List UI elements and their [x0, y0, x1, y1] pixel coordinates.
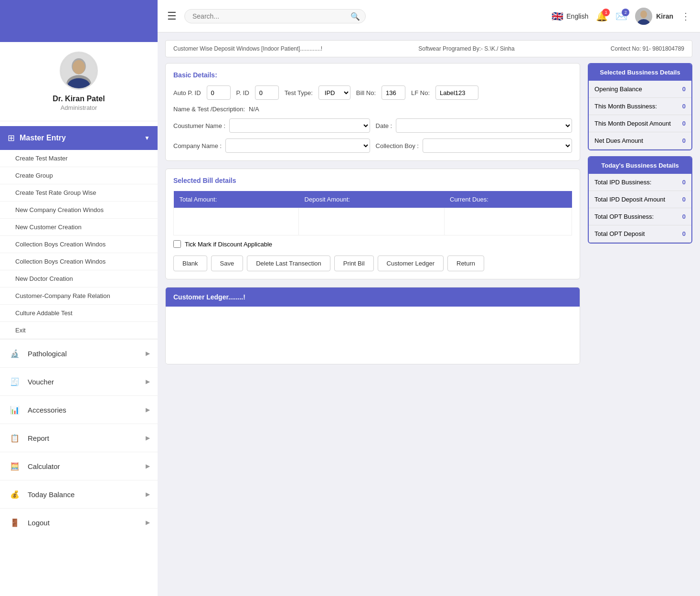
total-ipd-deposit-label: Total IPD Deposit Amount — [589, 191, 676, 208]
search-input[interactable] — [184, 9, 366, 23]
selected-biz-header: Selected Bussiness Details — [589, 64, 691, 81]
today-biz-panel: Today's Bussiness Details Total IPD Buss… — [588, 156, 692, 244]
this-month-deposit-value: 0 — [677, 115, 691, 132]
print-bil-button[interactable]: Print Bil — [334, 255, 374, 271]
basic-details-card: Basic Details: Auto P. ID P. ID Test Typ… — [165, 63, 580, 161]
today-balance-label: Today Balance — [28, 490, 146, 499]
col-current-dues: Current Dues: — [444, 191, 572, 208]
master-entry-header[interactable]: ⊞ Master Entry ▼ — [0, 126, 158, 150]
customer-ledger-body — [166, 307, 580, 364]
pid-input[interactable] — [255, 85, 279, 100]
master-entry-arrow: ▼ — [144, 135, 150, 141]
test-type-select[interactable]: IPD OPD — [318, 85, 350, 100]
name-test-label: Name & Test /Description: — [173, 106, 245, 113]
company-name-label: Company Name : — [173, 142, 222, 149]
total-opt-biz-value: 0 — [676, 208, 691, 225]
biz-row-opening: Opening Balance 0 — [589, 81, 691, 98]
sidebar-item-report[interactable]: 📋 Report ▶ — [0, 424, 158, 452]
col-total-amount: Total Amount: — [174, 191, 299, 208]
action-buttons: Blank Save Delete Last Transection Print… — [173, 255, 572, 271]
return-button[interactable]: Return — [447, 255, 484, 271]
submenu-exit[interactable]: Exit — [0, 322, 158, 339]
sidebar-item-pathological[interactable]: 🔬 Pathological ▶ — [0, 339, 158, 367]
hamburger-button[interactable]: ☰ — [167, 10, 177, 22]
bill-table: Total Amount: Deposit Amount: Current Du… — [173, 191, 572, 235]
mail-button[interactable]: ✉️ 2 — [615, 11, 627, 22]
submenu-new-doctor[interactable]: New Doctor Creation — [0, 270, 158, 287]
user-info[interactable]: Kiran — [635, 8, 673, 25]
collection-boy-label: Collection Boy : — [376, 142, 419, 149]
company-name-select[interactable] — [225, 138, 370, 153]
total-ipd-deposit-value: 0 — [676, 191, 691, 208]
sidebar-item-accessories[interactable]: 📊 Accessories ▶ — [0, 395, 158, 424]
auto-pid-label: Auto P. ID — [173, 89, 201, 96]
sidebar-item-logout[interactable]: 🚪 Logout ▶ — [0, 508, 158, 536]
customer-ledger-header: Customer Ledger........! — [166, 287, 580, 307]
today-biz-table: Total IPD Bussiness: 0 Total IPD Deposit… — [589, 174, 691, 243]
submenu-culture-addable[interactable]: Culture Addable Test — [0, 305, 158, 322]
profile-role: Administrator — [61, 104, 97, 111]
customer-name-select[interactable] — [229, 118, 370, 133]
today-opt-deposit-row: Total OPT Deposit 0 — [589, 225, 691, 243]
basic-details-title: Basic Details: — [173, 71, 572, 79]
customer-name-label: Coustumer Name : — [173, 122, 225, 129]
info-left: Customer Wise Deposiit Windows [Indoor P… — [173, 45, 322, 52]
selected-bill-card: Selected Bill details Total Amount: Depo… — [165, 169, 580, 279]
date-select[interactable] — [396, 118, 572, 133]
sidebar-profile: Dr. Kiran Patel Administrator — [0, 42, 158, 116]
sidebar-header — [0, 0, 158, 42]
sidebar: Dr. Kiran Patel Administrator ⊞ Master E… — [0, 0, 158, 596]
bill-no-label: Bill No: — [356, 89, 376, 96]
name-test-value: N/A — [249, 106, 259, 113]
submenu-create-test-rate[interactable]: Create Test Rate Group Wise — [0, 184, 158, 202]
user-avatar — [635, 8, 652, 25]
selected-biz-table: Opening Balance 0 This Month Bussiness: … — [589, 81, 691, 149]
basic-details-row1: Auto P. ID P. ID Test Type: IPD OPD Bill… — [173, 85, 572, 100]
sidebar-item-calculator[interactable]: 🧮 Calculator ▶ — [0, 452, 158, 480]
submenu-customer-company[interactable]: Customer-Company Rate Relation — [0, 287, 158, 305]
submenu-new-customer[interactable]: New Customer Creation — [0, 219, 158, 236]
delete-last-transection-button[interactable]: Delete Last Transection — [247, 255, 330, 271]
submenu-collection-boys-2[interactable]: Collection Boys Creation Windos — [0, 253, 158, 270]
submenu-create-test-master[interactable]: Create Test Master — [0, 150, 158, 167]
submenu-create-group[interactable]: Create Group — [0, 167, 158, 184]
customer-name-group: Coustumer Name : — [173, 118, 370, 133]
selected-bill-title: Selected Bill details — [173, 177, 572, 184]
submenu-new-company[interactable]: New Company Creation Windos — [0, 202, 158, 219]
collection-boy-select[interactable] — [423, 138, 572, 153]
notification-button[interactable]: 🔔 1 — [596, 11, 608, 22]
save-button[interactable]: Save — [211, 255, 244, 271]
name-test-row: Name & Test /Description: N/A — [173, 106, 572, 113]
accessories-arrow: ▶ — [146, 406, 150, 413]
test-type-label: Test Type: — [285, 89, 313, 96]
lf-no-label: LF No: — [411, 89, 430, 96]
master-entry-submenu: Create Test Master Create Group Create T… — [0, 150, 158, 339]
language-selector[interactable]: 🇬🇧 English — [552, 11, 588, 22]
net-dues-label: Net Dues Amount — [589, 132, 677, 149]
submenu-collection-boys-1[interactable]: Collection Boys Creation Windos — [0, 236, 158, 253]
lf-no-input[interactable] — [435, 85, 478, 100]
calculator-arrow: ▶ — [146, 463, 150, 469]
biz-row-this-month: This Month Bussiness: 0 — [589, 98, 691, 115]
date-group: Date : — [376, 118, 573, 133]
customer-ledger-button[interactable]: Customer Ledger — [378, 255, 444, 271]
discount-checkbox[interactable] — [173, 240, 181, 248]
calculator-icon: 🧮 — [8, 459, 22, 473]
sidebar-item-voucher[interactable]: 🧾 Voucher ▶ — [0, 367, 158, 395]
info-bar: Customer Wise Deposiit Windows [Indoor P… — [165, 40, 692, 57]
master-entry-icon: ⊞ — [8, 133, 15, 143]
report-arrow: ▶ — [146, 435, 150, 441]
accessories-icon: 📊 — [8, 403, 22, 417]
sidebar-item-today-balance[interactable]: 💰 Today Balance ▶ — [0, 480, 158, 508]
bill-no-input[interactable] — [382, 85, 405, 100]
info-right: Contect No: 91- 9801804789 — [611, 45, 684, 52]
deposit-amount-cell — [299, 208, 444, 235]
accessories-label: Accessories — [28, 406, 146, 414]
voucher-icon: 🧾 — [8, 374, 22, 389]
blank-button[interactable]: Blank — [173, 255, 207, 271]
kebab-menu[interactable]: ⋮ — [681, 11, 690, 22]
auto-pid-input[interactable] — [207, 85, 231, 100]
pathological-arrow: ▶ — [146, 350, 150, 357]
flag-icon: 🇬🇧 — [552, 11, 563, 22]
right-panel: Selected Bussiness Details Opening Balan… — [588, 63, 692, 372]
